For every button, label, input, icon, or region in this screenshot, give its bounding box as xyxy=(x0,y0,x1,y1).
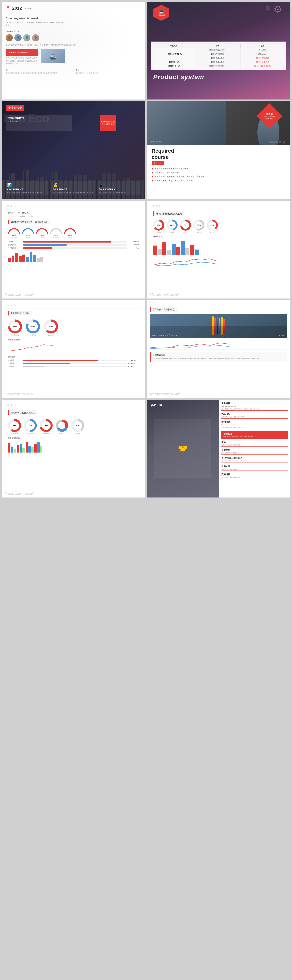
gauge-val-5: 88% xyxy=(64,235,76,237)
gauge-label-1: 客户满意度 xyxy=(8,237,20,239)
cg-val-2: 82% xyxy=(31,326,35,328)
info-text-left: 企业管理咨询 xyxy=(8,120,70,123)
gauge-label-5: 准确率 xyxy=(64,237,76,239)
re-bar-group-2 xyxy=(17,441,25,453)
bc6-b5 xyxy=(172,244,176,255)
slide-product-system: 💻 产品体系 ⚙ ⚙ 产品体系 面积 适用 【BOSS经营者】系 【结 xyxy=(147,2,290,100)
course-item-3: ◆ 老板和财务、融资融资、成本管理、全面预算、润滑管理 xyxy=(152,175,286,178)
donut-item-3: 72% 利润率 xyxy=(180,220,191,233)
service-box: Service customers xyxy=(6,49,38,56)
ind-en-7: Instruments & Industrial Automation xyxy=(222,460,287,462)
red-divider-6 xyxy=(222,454,287,455)
dot-line-section: 投资收益趋势图 xyxy=(8,339,139,355)
cockpit-footer-8: Management cockpit xyxy=(150,392,180,396)
right-caption: 核心介绍: 财务, 税务, 审计, 业务 xyxy=(75,72,141,74)
slide-company-establishment: 📍 2012 Beijing Company establishment 201… xyxy=(2,2,145,100)
cg-val-1: 75% xyxy=(13,326,17,328)
slide-header-bar-8: 第 / 页 / 10 xyxy=(147,300,290,305)
bottom-item-2: 💰 如何运用财务工具 帮助代理商更好财务服务方案工具，学会代理的服务，改进提升数 xyxy=(51,181,95,195)
ecommerce-title: 电商类企业财务信息驾驶舱 xyxy=(153,212,184,216)
btm-title-1: 如何运用数据化管理 xyxy=(7,188,48,191)
bs7-val1: 12,048,576 xyxy=(128,360,139,361)
dot-line-chart-7 xyxy=(8,342,139,354)
bc6-b1 xyxy=(153,245,157,255)
row-item-1: 【结合实体经营业主】 xyxy=(195,48,241,52)
re-bar-label-3: Q3 xyxy=(26,453,34,454)
bullet-icon-1: ◆ xyxy=(152,167,153,170)
avatar-1: 👤 xyxy=(6,34,13,41)
course-item-3-text: 老板和财务、融资融资、成本管理、全面预算、润滑管理 xyxy=(155,175,204,178)
re-invest-title: 投资测算数据表 xyxy=(8,437,139,439)
formula-overlay: Y=(Z2*Y1+42+D2+Z1) / (40+1) xyxy=(152,334,177,336)
avatar-2: 👤 xyxy=(14,34,22,41)
course-title: Required course xyxy=(147,145,290,161)
red-divider-8 xyxy=(222,471,287,471)
gear-icon: ⚙ xyxy=(273,3,282,15)
gauge-label-3: 效率提升 xyxy=(36,237,48,239)
right-domain-panel: 工业机械 Industrial Machinery 工业机械行业的财税咨询服务，… xyxy=(219,399,290,498)
slide-phone-station: 第 / 页 / 10 电站项目可行性统计 75% 可行性指数 82% xyxy=(2,300,145,398)
course-item-4: ◆ 财务人员的项目考核、人员、人员、组织等 xyxy=(152,179,286,182)
row-target-4: 80-150 简单产品 xyxy=(241,60,284,64)
avatar-row: 👤 👤 👤 👤 xyxy=(6,34,141,41)
donut-val-1: 65% xyxy=(157,224,160,226)
bar-section-5: 增值税 468,635 企业所得税 36,892 个人所得税 xyxy=(8,240,139,249)
btm-title-3: 如何运用互联网平台 xyxy=(99,188,140,191)
gear-small-icon: ⚙ xyxy=(265,5,270,11)
dot-line-title: 投资收益趋势图 xyxy=(8,339,139,341)
ind-en-1: Industrial Machinery xyxy=(222,406,287,407)
company-desc-title: 公式理解说明 xyxy=(153,354,285,356)
circle-gauge-row: 75% 可行性指数 82% 收益预测 63% 风险评估 xyxy=(8,320,139,336)
customer-domain-title: 客户贝域 xyxy=(151,404,162,407)
table-header-area: 面积 xyxy=(195,44,241,48)
row-target-2: 100万以上 xyxy=(241,52,284,56)
location-pin-icon: 📍 xyxy=(6,6,11,11)
re-bar-r3 xyxy=(26,442,28,453)
donut-val-4: 55% xyxy=(197,224,201,226)
factory-svg-chart xyxy=(150,340,287,350)
course-item-1-text: 老板和财务的个人事项和组织架构的设计 xyxy=(155,167,191,170)
donut-val-5: 38% xyxy=(211,224,214,226)
circle-gauge-1: 75% 可行性指数 xyxy=(8,320,22,336)
bar-section-6: 财税业务量 xyxy=(153,235,284,255)
re-gl-1: 投资回报率 xyxy=(8,433,21,434)
row-item-5: 【财税结合管理报告】 xyxy=(195,64,241,68)
bar-row-3: 个人所得税 7,人 xyxy=(8,247,139,249)
mini-bar-c6 xyxy=(26,257,29,262)
donut-item-4: 55% 增长率 xyxy=(193,220,204,233)
info-box-left: 大客服代理商财务 企业管理咨询 xyxy=(6,115,72,131)
bullet-icon-2: ◆ xyxy=(152,171,153,174)
re-gv-4: 40% xyxy=(76,425,80,426)
industry-item-2: 汽车汽配 汽车汽配行业专业财税管理方案 xyxy=(222,412,287,418)
cockpit-footer-7: Management cockpit xyxy=(5,392,34,396)
re-gv-2: 50% xyxy=(29,425,32,426)
re-bar-r1 xyxy=(8,443,10,453)
donut-label-2: 成本率 xyxy=(167,231,178,233)
bottom-item-3: 📱 如何运用互联网平台 帮助代理商专注数据平台，帮助6000以上中的大 xyxy=(97,181,141,195)
re-bar-b3 xyxy=(29,446,31,453)
mini-bar-c4 xyxy=(19,256,22,262)
slide-header-bar-7: 第 / 页 / 10 xyxy=(5,303,142,309)
page-num-8: 第 / 页 / 10 xyxy=(149,301,158,304)
industry-item-8: 服装女装 服装女装行业财税咨询 xyxy=(222,465,287,471)
mini-bar-c9 xyxy=(37,258,40,262)
real-estate-title: 房地产项目投资测算演练 xyxy=(8,410,37,415)
row-item-3: 【财务管理工具】 xyxy=(195,56,241,60)
formula2-overlay: 70-80% xyxy=(279,334,285,336)
course-items-list: ◆ 老板和财务的个人事项和组织架构的设计 ◆ 企业的股权、资产管理相关 ◆ 老板… xyxy=(147,167,290,182)
donut-item-1: 65% 销售额 xyxy=(153,220,164,233)
company-desc-text: 公式是由多个财务指标构成，根据工厂车间的实际运营数据进行综合评估分析，帮助管理者… xyxy=(153,358,285,360)
page-num-5: 第 / 页 / 10 xyxy=(7,205,16,208)
center-red-text: 大客服代理商财务为企业管理服务 xyxy=(100,120,116,126)
right-caption-label: 核心: xyxy=(75,68,141,71)
finance-tech-title: 财税科技-管理驾驶舱 xyxy=(8,212,139,215)
donut-label-3: 利润率 xyxy=(180,231,191,233)
course-item-4-text: 财务人员的项目考核、人员、人员、组织等 xyxy=(155,179,193,182)
re-bar-label-4: Q4 xyxy=(34,453,42,454)
diamond-main-text: 微咨询 xyxy=(264,113,275,116)
red-divider-1 xyxy=(222,410,287,410)
re-bar-g1 xyxy=(14,449,16,453)
gauge-item-4: 65% 成本降低 xyxy=(50,228,62,239)
cockpit-footer-6: Management cockpit xyxy=(150,293,180,296)
re-pie: 资产分布 xyxy=(56,419,69,435)
